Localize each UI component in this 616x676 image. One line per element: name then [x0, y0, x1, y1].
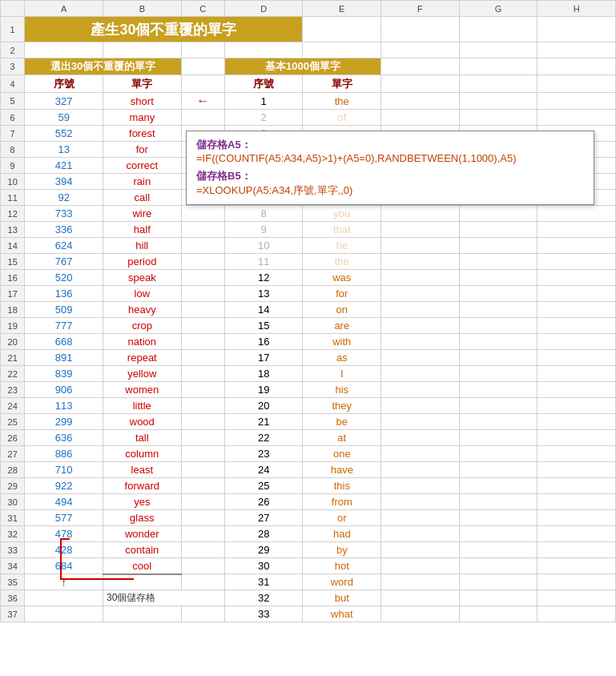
- left-word-9[interactable]: correct: [103, 158, 181, 174]
- row-17: 17 136 low 13 for: [1, 286, 616, 302]
- left-num-30[interactable]: 494: [25, 494, 103, 510]
- left-word-16[interactable]: speak: [103, 270, 181, 286]
- col-letter-h[interactable]: H: [537, 1, 616, 17]
- row-16: 16 520 speak 12 was: [1, 270, 616, 286]
- up-arrow-icon: ↑: [61, 576, 66, 589]
- left-word-15[interactable]: period: [103, 254, 181, 270]
- left-num-13[interactable]: 336: [25, 222, 103, 238]
- left-word-33[interactable]: contain: [103, 542, 181, 558]
- left-num-28[interactable]: 710: [25, 462, 103, 478]
- left-word-19[interactable]: crop: [103, 318, 181, 334]
- left-num-27[interactable]: 886: [25, 446, 103, 462]
- left-word-28[interactable]: least: [103, 462, 181, 478]
- row-19: 19 777 crop 15 are: [1, 318, 616, 334]
- right-num-27: 23: [224, 446, 303, 462]
- left-num-22[interactable]: 839: [25, 366, 103, 382]
- left-num-33[interactable]: 428: [25, 542, 103, 558]
- row-num-28: 28: [1, 462, 25, 478]
- left-num-6[interactable]: 59: [25, 110, 103, 126]
- right-num-28: 24: [224, 462, 303, 478]
- left-num-23[interactable]: 906: [25, 382, 103, 398]
- col-letter-c[interactable]: C: [181, 1, 224, 17]
- col-letter-a[interactable]: A: [25, 1, 103, 17]
- col-letter-b[interactable]: B: [103, 1, 181, 17]
- left-num-15[interactable]: 767: [25, 254, 103, 270]
- right-num-21: 17: [224, 350, 303, 366]
- left-word-32[interactable]: wonder: [103, 526, 181, 542]
- col-letter-d[interactable]: D: [224, 1, 303, 17]
- left-num-11[interactable]: 92: [25, 190, 103, 206]
- left-num-25[interactable]: 299: [25, 414, 103, 430]
- left-word-11[interactable]: call: [103, 190, 181, 206]
- row-24: 24 113 little 20 they: [1, 398, 616, 414]
- left-word-23[interactable]: women: [103, 382, 181, 398]
- left-word-24[interactable]: little: [103, 398, 181, 414]
- row-num-9: 9: [1, 158, 25, 174]
- row-num-36: 36: [1, 590, 25, 606]
- right-word-17: for: [303, 286, 381, 302]
- left-num-20[interactable]: 668: [25, 334, 103, 350]
- row-num-23: 23: [1, 382, 25, 398]
- col-letter-e[interactable]: E: [303, 1, 381, 17]
- cell-h1: [537, 17, 616, 42]
- left-word-34[interactable]: cool: [103, 558, 181, 574]
- left-word-12[interactable]: wire: [103, 206, 181, 222]
- left-num-21[interactable]: 891: [25, 350, 103, 366]
- left-word-21[interactable]: repeat: [103, 350, 181, 366]
- left-num-34[interactable]: 684: [25, 558, 103, 574]
- left-num-31[interactable]: 577: [25, 510, 103, 526]
- left-word-8[interactable]: for: [103, 142, 181, 158]
- left-word-29[interactable]: forward: [103, 478, 181, 494]
- left-word-6[interactable]: many: [103, 110, 181, 126]
- col-letter-g[interactable]: G: [459, 1, 537, 17]
- row-num-21: 21: [1, 350, 25, 366]
- row-num-20: 20: [1, 334, 25, 350]
- left-word-31[interactable]: glass: [103, 510, 181, 526]
- left-num-26[interactable]: 636: [25, 430, 103, 446]
- left-word-20[interactable]: nation: [103, 334, 181, 350]
- left-word-25[interactable]: wood: [103, 414, 181, 430]
- left-num-8[interactable]: 13: [25, 142, 103, 158]
- left-word-13[interactable]: half: [103, 222, 181, 238]
- row-32: 32 478 wonder 28 had: [1, 526, 616, 542]
- right-word-14: he: [303, 238, 381, 254]
- left-num-19[interactable]: 777: [25, 318, 103, 334]
- left-num-29[interactable]: 922: [25, 478, 103, 494]
- right-word-16: was: [303, 270, 381, 286]
- left-section-header: 選出30個不重覆的單字: [25, 58, 181, 75]
- left-num-14[interactable]: 624: [25, 238, 103, 254]
- left-word-17[interactable]: low: [103, 286, 181, 302]
- formula-label-b5: 儲存格B5：: [196, 169, 584, 183]
- formula-popup: 儲存格A5： =IF((COUNTIF(A5:A34,A5)>1)+(A5=0)…: [186, 131, 594, 205]
- right-num-20: 16: [224, 334, 303, 350]
- formula-label-a5: 儲存格A5：: [196, 138, 584, 152]
- left-word-30[interactable]: yes: [103, 494, 181, 510]
- left-num-7[interactable]: 552: [25, 126, 103, 142]
- left-num-24[interactable]: 113: [25, 398, 103, 414]
- right-num-34: 30: [224, 558, 303, 574]
- right-word-22: I: [303, 366, 381, 382]
- left-num-18[interactable]: 509: [25, 302, 103, 318]
- left-word-22[interactable]: yellow: [103, 366, 181, 382]
- left-word-5[interactable]: short: [103, 93, 181, 110]
- col-letter-f[interactable]: F: [381, 1, 460, 17]
- right-word-20: with: [303, 334, 381, 350]
- right-num-19: 15: [224, 318, 303, 334]
- left-num-9[interactable]: 421: [25, 158, 103, 174]
- right-num-15: 11: [224, 254, 303, 270]
- left-word-14[interactable]: hill: [103, 238, 181, 254]
- left-num-12[interactable]: 733: [25, 206, 103, 222]
- left-num-10[interactable]: 394: [25, 174, 103, 190]
- left-word-27[interactable]: column: [103, 446, 181, 462]
- left-num-5[interactable]: 327: [25, 93, 103, 110]
- left-num-17[interactable]: 136: [25, 286, 103, 302]
- left-word-7[interactable]: forest: [103, 126, 181, 142]
- right-num-29: 25: [224, 478, 303, 494]
- left-word-10[interactable]: rain: [103, 174, 181, 190]
- row-num-5: 5: [1, 93, 25, 110]
- row-num-13: 13: [1, 222, 25, 238]
- left-word-26[interactable]: tall: [103, 430, 181, 446]
- left-num-16[interactable]: 520: [25, 270, 103, 286]
- left-word-18[interactable]: heavy: [103, 302, 181, 318]
- row-28: 28 710 least 24 have: [1, 462, 616, 478]
